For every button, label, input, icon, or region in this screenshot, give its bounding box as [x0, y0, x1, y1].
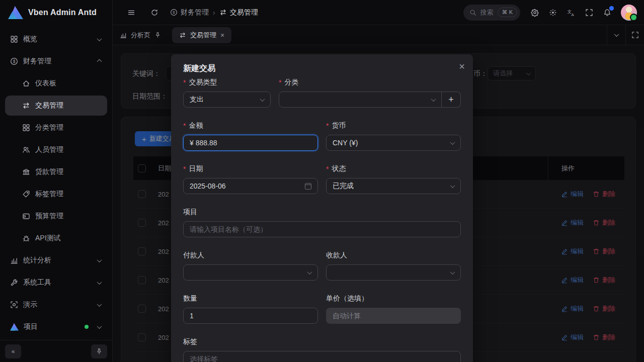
tab-transactions[interactable]: 交易管理 ×	[172, 27, 231, 43]
status-label: 状态	[326, 164, 461, 173]
tabbar: 分析页 交易管理 ×	[113, 25, 644, 45]
project-logo-icon	[10, 323, 19, 331]
tab-list-dropdown-button[interactable]	[607, 25, 625, 45]
field-project: 项目	[183, 208, 461, 237]
pin-sidebar-button[interactable]	[91, 344, 107, 358]
fullscreen-button[interactable]	[582, 5, 597, 20]
theme-toggle-button[interactable]	[545, 5, 560, 20]
sidebar-item-statistics[interactable]: 统计分析	[5, 250, 107, 270]
chevron-up-icon	[97, 59, 102, 64]
user-avatar[interactable]	[621, 5, 637, 21]
unit-price-input-wrap	[326, 308, 461, 324]
category-select[interactable]	[279, 92, 442, 108]
close-tab-icon[interactable]: ×	[220, 31, 224, 39]
wrench-icon	[10, 279, 18, 287]
unit-price-input	[333, 312, 454, 320]
field-date: 日期 2025-08-06	[183, 164, 318, 194]
sidebar-item-demo[interactable]: 演示	[5, 295, 107, 315]
field-unit-price: 单价（选填）	[326, 294, 461, 324]
amount-label: 金额	[183, 121, 318, 130]
chevron-down-icon	[450, 183, 455, 188]
sidebar-item-loans[interactable]: 贷款管理	[5, 162, 107, 182]
new-transaction-modal: 新建交易 × 交易类型 支出 分类 +	[171, 54, 473, 362]
close-icon[interactable]: ×	[459, 61, 465, 71]
pin-icon[interactable]	[154, 32, 161, 38]
pin-icon	[96, 348, 103, 355]
breadcrumb-current[interactable]: 交易管理	[219, 8, 258, 17]
date-picker[interactable]: 2025-08-06	[183, 178, 318, 194]
chevron-down-icon	[97, 36, 102, 41]
status-select[interactable]: 已完成	[326, 178, 461, 194]
sidebar-item-budget[interactable]: 预算管理	[5, 206, 107, 226]
swap-icon	[22, 102, 30, 110]
home-icon	[22, 79, 30, 87]
transaction-type-select[interactable]: 支出	[183, 92, 271, 108]
sidebar-item-overview[interactable]: 概览	[5, 29, 107, 49]
field-quantity: 数量	[183, 294, 318, 324]
grid-icon	[10, 35, 18, 43]
chevron-down-icon	[97, 257, 102, 262]
app-logo[interactable]: Vben Admin Antd	[0, 0, 112, 25]
quantity-input[interactable]	[190, 312, 311, 320]
currency-select[interactable]: CNY (¥)	[326, 135, 461, 151]
status-dot	[85, 325, 89, 329]
add-category-button[interactable]: +	[442, 92, 461, 108]
content-maximize-button[interactable]	[626, 25, 644, 45]
sidebar-item-api-test[interactable]: API测试	[5, 228, 107, 248]
chevron-down-icon	[260, 97, 265, 102]
chevron-down-icon	[450, 269, 455, 275]
sidebar-item-project[interactable]: 项目	[5, 317, 107, 337]
amount-input[interactable]	[190, 139, 311, 147]
payer-select[interactable]	[183, 264, 318, 281]
sidebar-item-finance[interactable]: 财务管理	[5, 51, 107, 71]
fullscreen-icon	[585, 9, 593, 17]
global-search[interactable]: 搜索 ⌘ K	[463, 5, 520, 21]
dollar-circle-icon	[10, 57, 18, 65]
category-label: 分类	[279, 78, 461, 87]
field-status: 状态 已完成	[326, 164, 461, 194]
collapse-sidebar-button[interactable]: «	[5, 344, 21, 358]
swap-icon	[219, 9, 227, 16]
calendar-icon	[305, 183, 311, 190]
notifications-button[interactable]	[600, 5, 615, 20]
menu-toggle-button[interactable]	[124, 5, 139, 20]
sidebar-item-people[interactable]: 人员管理	[5, 140, 107, 160]
sidebar: Vben Admin Antd 概览 财务管理 仪表板 交易管理 分类管理 人员…	[0, 0, 113, 362]
field-payer: 付款人	[183, 251, 318, 281]
grid-icon	[22, 124, 30, 132]
field-payee: 收款人	[326, 251, 461, 281]
currency-label: 货币	[326, 121, 461, 130]
chevron-down-icon	[97, 302, 102, 307]
sidebar-item-system-tools[interactable]: 系统工具	[5, 273, 107, 293]
project-input-wrap	[183, 221, 461, 237]
gear-icon	[531, 9, 539, 17]
payee-select[interactable]	[326, 264, 461, 281]
project-input[interactable]	[190, 225, 454, 233]
wallet-icon	[22, 212, 30, 220]
breadcrumb-parent[interactable]: 财务管理	[170, 8, 209, 17]
search-placeholder: 搜索	[480, 8, 494, 17]
field-currency: 货币 CNY (¥)	[326, 121, 461, 151]
refresh-button[interactable]	[147, 5, 162, 20]
tags-input[interactable]	[190, 355, 454, 362]
field-tags: 标签	[183, 337, 461, 362]
sidebar-item-dashboard[interactable]: 仪表板	[5, 73, 107, 94]
field-transaction-type: 交易类型 支出	[183, 78, 271, 108]
search-icon	[469, 9, 476, 16]
chevron-down-icon	[450, 140, 455, 145]
transaction-type-label: 交易类型	[183, 78, 271, 87]
app-logo-icon	[8, 6, 23, 19]
chevron-down-icon	[431, 97, 436, 102]
sidebar-item-transactions[interactable]: 交易管理	[5, 96, 107, 116]
settings-button[interactable]	[527, 5, 542, 20]
translate-icon	[567, 9, 575, 17]
unit-price-label: 单价（选填）	[326, 294, 461, 303]
modal-title: 新建交易	[183, 63, 461, 74]
tab-analysis[interactable]: 分析页	[113, 25, 168, 45]
chart-icon	[120, 32, 127, 39]
quantity-input-wrap	[183, 308, 318, 324]
language-button[interactable]	[564, 5, 579, 20]
refresh-icon	[150, 9, 158, 17]
sidebar-item-categories[interactable]: 分类管理	[5, 118, 107, 138]
sidebar-item-tags[interactable]: 标签管理	[5, 184, 107, 204]
